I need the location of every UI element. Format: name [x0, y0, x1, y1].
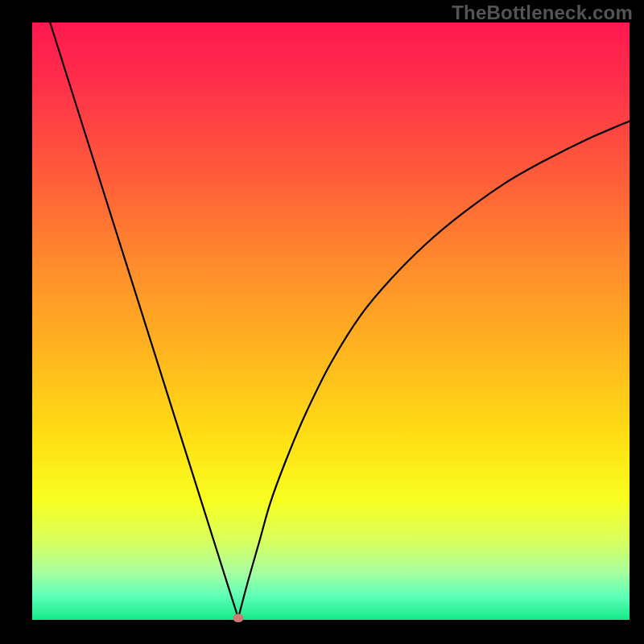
minimum-marker	[233, 614, 243, 622]
chart-frame: TheBottleneck.com	[0, 0, 644, 644]
watermark-text: TheBottleneck.com	[452, 2, 633, 24]
chart-canvas	[0, 0, 644, 644]
plot-background	[32, 23, 630, 620]
